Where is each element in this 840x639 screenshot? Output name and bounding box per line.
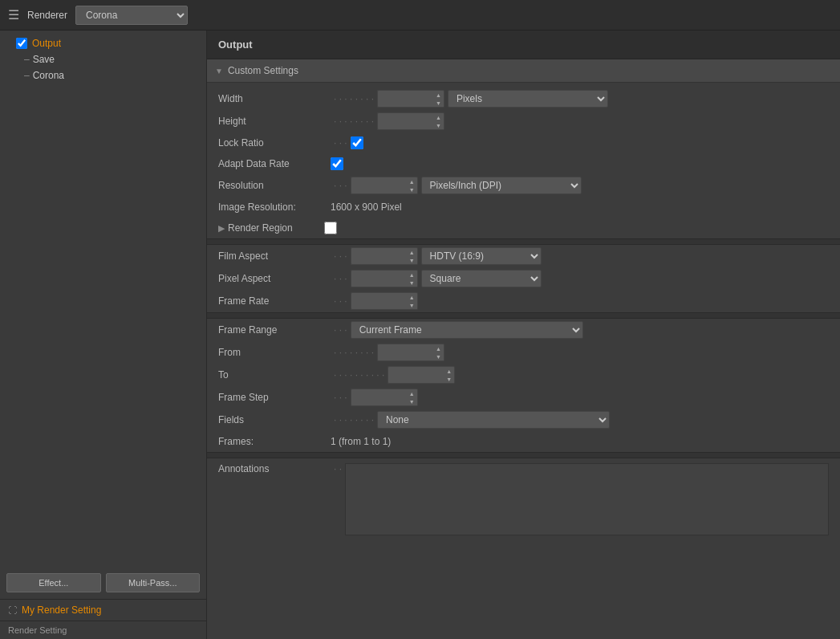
width-up-arrow[interactable]: ▲: [433, 91, 444, 99]
height-row: Height · · · · · · · · 900 ▲ ▼: [207, 110, 840, 132]
lock-ratio-control: [351, 136, 829, 149]
film-aspect-input[interactable]: 1.778: [351, 247, 407, 265]
to-up-arrow[interactable]: ▲: [444, 367, 454, 375]
sidebar-item-corona[interactable]: – Corona: [0, 67, 206, 83]
pixel-aspect-spin-arrows[interactable]: ▲ ▼: [407, 270, 418, 287]
from-spin-arrows[interactable]: ▲ ▼: [433, 344, 444, 361]
app-container: ☰ Renderer Corona Output – Save – Corona: [0, 0, 840, 639]
frame-step-up-arrow[interactable]: ▲: [407, 389, 417, 397]
frame-step-spinner: 1 ▲ ▼: [351, 389, 418, 406]
output-section-header: Output: [207, 31, 840, 59]
resolution-down-arrow[interactable]: ▼: [407, 185, 417, 193]
pixel-aspect-input[interactable]: 1: [351, 270, 407, 287]
height-down-arrow[interactable]: ▼: [433, 121, 444, 129]
divider-3: [207, 452, 840, 458]
to-down-arrow[interactable]: ▼: [444, 375, 454, 383]
multipass-button[interactable]: Multi-Pass...: [106, 573, 201, 592]
sidebar-item-save[interactable]: – Save: [0, 51, 206, 67]
frame-rate-input[interactable]: 30: [351, 292, 407, 310]
top-bar: ☰ Renderer Corona: [0, 0, 840, 31]
film-aspect-select[interactable]: HDTV (16:9): [421, 247, 542, 265]
custom-settings-header[interactable]: ▼ Custom Settings: [207, 59, 840, 83]
to-label: To: [218, 369, 331, 381]
height-spin-arrows[interactable]: ▲ ▼: [433, 112, 444, 130]
width-control: 1600 ▲ ▼ Pixels: [377, 90, 829, 108]
sidebar-item-output[interactable]: Output: [32, 38, 61, 49]
image-resolution-value: 1600 x 900 Pixel: [331, 201, 402, 213]
frame-range-select[interactable]: Current Frame: [351, 321, 583, 339]
frame-step-dots: · · ·: [334, 392, 347, 403]
film-aspect-down-arrow[interactable]: ▼: [407, 256, 417, 264]
sidebar-buttons: Effect... Multi-Pass...: [0, 567, 206, 599]
hamburger-icon[interactable]: ☰: [8, 7, 19, 22]
lock-ratio-dots: · · ·: [334, 137, 347, 149]
tree-dash-corona: –: [24, 70, 30, 81]
to-row: To · · · · · · · · · · 1 F ▲ ▼: [207, 364, 840, 386]
height-label: Height: [218, 116, 331, 127]
height-control: 900 ▲ ▼: [377, 112, 829, 130]
resolution-spin-arrows[interactable]: ▲ ▼: [407, 177, 418, 194]
height-up-arrow[interactable]: ▲: [433, 113, 444, 121]
resolution-input[interactable]: 150: [351, 177, 407, 194]
pixel-aspect-down-arrow[interactable]: ▼: [407, 279, 417, 287]
pixel-aspect-label: Pixel Aspect: [218, 273, 331, 284]
frame-rate-control: 30 ▲ ▼: [351, 292, 829, 310]
render-region-checkbox[interactable]: [324, 222, 337, 234]
lock-ratio-checkbox[interactable]: [351, 136, 363, 149]
frame-step-input[interactable]: 1: [351, 389, 407, 406]
frames-value: 1 (from 1 to 1): [331, 436, 391, 447]
pixel-aspect-up-arrow[interactable]: ▲: [407, 271, 417, 279]
sidebar-checkbox[interactable]: [16, 38, 27, 49]
resolution-dots: · · ·: [334, 180, 347, 191]
annotations-textarea[interactable]: [345, 463, 829, 535]
width-label: Width: [218, 93, 331, 104]
expand-icon[interactable]: ⛶: [8, 605, 17, 615]
frame-rate-up-arrow[interactable]: ▲: [407, 293, 417, 301]
render-region-control: [324, 222, 829, 234]
effect-button[interactable]: Effect...: [6, 573, 101, 592]
pixel-aspect-control: 1 ▲ ▼ Square: [351, 270, 829, 287]
width-unit-select[interactable]: Pixels: [448, 90, 608, 108]
sidebar-footer: ⛶ My Render Setting: [0, 599, 206, 621]
to-spin-arrows[interactable]: ▲ ▼: [444, 366, 455, 384]
render-setting-label: Render Setting: [0, 621, 206, 639]
frame-step-down-arrow[interactable]: ▼: [407, 397, 417, 405]
from-down-arrow[interactable]: ▼: [433, 352, 444, 360]
resolution-unit-select[interactable]: Pixels/Inch (DPI): [421, 177, 582, 194]
height-input[interactable]: 900: [377, 112, 433, 130]
renderer-select[interactable]: Corona: [75, 6, 188, 25]
adapt-data-rate-control: [331, 157, 829, 170]
width-row: Width · · · · · · · · 1600 ▲ ▼: [207, 88, 840, 110]
width-spin-arrows[interactable]: ▲ ▼: [433, 90, 444, 108]
to-input[interactable]: 1 F: [388, 366, 444, 384]
frame-rate-spin-arrows[interactable]: ▲ ▼: [407, 292, 418, 310]
frame-rate-down-arrow[interactable]: ▼: [407, 301, 417, 309]
from-dots: · · · · · · · ·: [334, 347, 374, 358]
sidebar-checkbox-row[interactable]: Output: [0, 35, 206, 51]
fields-label: Fields: [218, 414, 331, 425]
resolution-up-arrow[interactable]: ▲: [407, 177, 417, 185]
resolution-label: Resolution: [218, 180, 331, 191]
pixel-aspect-select[interactable]: Square: [421, 270, 542, 287]
from-input[interactable]: 1 F: [377, 344, 433, 361]
width-down-arrow[interactable]: ▼: [433, 99, 444, 107]
frame-rate-spinner: 30 ▲ ▼: [351, 292, 418, 310]
render-region-expand-icon[interactable]: ▶: [218, 223, 225, 234]
fields-select[interactable]: None: [377, 411, 610, 429]
from-up-arrow[interactable]: ▲: [433, 344, 444, 352]
divider-2: [207, 312, 840, 319]
tree-dash-save: –: [24, 54, 30, 65]
frame-step-spin-arrows[interactable]: ▲ ▼: [407, 389, 418, 406]
frame-range-row: Frame Range · · · Current Frame: [207, 319, 840, 341]
from-row: From · · · · · · · · 1 F ▲ ▼: [207, 341, 840, 364]
width-input[interactable]: 1600: [377, 90, 433, 108]
adapt-data-rate-checkbox[interactable]: [331, 157, 343, 170]
film-aspect-up-arrow[interactable]: ▲: [407, 248, 417, 256]
film-aspect-spin-arrows[interactable]: ▲ ▼: [407, 247, 418, 265]
sidebar: Output – Save – Corona Effect... Multi-P…: [0, 31, 207, 639]
pixel-aspect-spinner: 1 ▲ ▼: [351, 270, 418, 287]
divider-1: [207, 238, 840, 245]
adapt-data-rate-row: Adapt Data Rate: [207, 153, 840, 174]
frames-row: Frames: 1 (from 1 to 1): [207, 431, 840, 452]
frame-range-label: Frame Range: [218, 324, 331, 336]
